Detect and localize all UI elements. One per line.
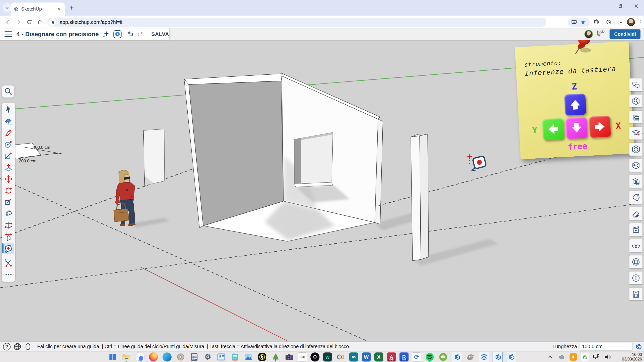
comments-panel-button[interactable] [629,78,642,91]
geolocation-panel-button[interactable] [629,255,642,268]
bookmark-star-icon[interactable] [579,18,588,27]
rectangle-tool[interactable] [3,150,14,162]
rotate-tool[interactable] [3,185,14,196]
taskbar-arduino-icon[interactable]: ∞ [349,352,358,361]
push-pull-tool[interactable] [3,162,14,173]
google-drive-icon[interactable] [581,353,589,361]
taskbar-revit-icon[interactable]: RRVT [399,352,409,361]
circle-tool[interactable] [3,139,14,150]
tray-chevron-icon[interactable] [546,353,554,361]
model-info-panel-button[interactable] [629,272,642,284]
share-button[interactable]: Condividi [610,29,640,39]
save-button[interactable]: SALVA [151,31,169,37]
onedrive-icon[interactable] [558,353,566,361]
home-button[interactable] [35,18,44,27]
line-tool[interactable] [3,127,14,139]
search-button[interactable] [2,85,14,98]
tab-search-chevron-icon[interactable] [3,3,12,12]
length-input[interactable]: 100.0 cm [580,343,632,350]
install-app-icon[interactable] [570,18,579,27]
taskbar-firefox-icon[interactable] [149,352,158,361]
taskbar-tree-component-icon[interactable] [271,352,281,362]
taskbar-edge-icon[interactable] [163,352,172,361]
browser-profile-avatar[interactable] [627,18,635,26]
taskbar-sketchup-app-3-icon[interactable] [506,352,516,362]
soften-edges-panel-button[interactable] [629,207,642,220]
reload-button[interactable] [25,18,34,27]
styles-panel-button[interactable] [629,175,642,188]
tags-panel-button[interactable] [629,191,642,204]
pan-tool[interactable] [3,231,14,243]
back-button[interactable] [4,18,13,27]
scale-figure-person[interactable] [114,170,136,226]
address-bar[interactable]: app.sketchup.com/app?hl=it [47,18,546,27]
brightness-app-icon[interactable] [570,353,577,361]
taskbar-gimp-icon[interactable] [465,352,475,362]
extensions-icon[interactable] [592,18,601,27]
taskbar-excel-icon[interactable]: X [374,352,383,361]
components-panel-button[interactable] [629,143,642,156]
taskbar-photos-icon[interactable] [244,352,254,362]
taskbar-file-explorer-icon[interactable] [121,352,131,362]
history-icon[interactable] [604,18,613,27]
move-tool[interactable] [3,173,14,185]
scenes-panel-button[interactable] [629,223,642,236]
instructor-panel-button[interactable] [629,127,642,140]
taskbar-notepad-icon[interactable] [230,352,240,362]
taskbar-obs-icon[interactable]: O [310,352,319,361]
taskbar-sketchup-app-icon[interactable] [452,352,462,362]
model-title[interactable]: 4 - Disegnare con precisione [16,31,99,38]
display-settings-panel-button[interactable] [629,239,642,252]
taskbar-camera-icon[interactable] [284,352,294,362]
taskbar-start-icon[interactable] [108,352,118,362]
taskbar-disc-burner-icon[interactable] [176,352,186,362]
tab-close-icon[interactable]: × [56,6,62,12]
forward-button[interactable] [14,18,23,27]
new-tab-button[interactable]: + [67,4,76,12]
outliner-panel-button[interactable] [629,111,642,123]
mouse-hints-icon[interactable] [24,343,32,350]
scale-tool[interactable] [3,196,14,208]
taskbar-settings-icon[interactable]: ⚙ [203,352,213,362]
user-avatar[interactable] [584,30,593,38]
taskbar-sketchup-app-2-icon[interactable] [493,352,503,362]
taskbar-chrome-icon[interactable] [135,352,144,361]
taskbar-trimble-connect-icon[interactable] [336,352,346,362]
taskbar-word-icon[interactable]: W [362,352,371,361]
window-restore-button[interactable] [613,0,628,12]
orbit-tool[interactable] [3,219,14,231]
downloads-icon[interactable] [616,18,625,27]
taskbar-calculator-icon[interactable] [189,352,199,362]
taskbar-sync-app-icon[interactable]: ⟳ [412,352,421,361]
ai-sparkle-icon[interactable] [101,29,110,39]
taskbar-clock[interactable]: 16:00 03/03/2026 [614,352,642,361]
browser-tab[interactable]: SketchUp × [11,3,65,16]
materials-panel-button[interactable] [629,159,642,172]
taskbar-screen-to-gif-icon[interactable]: S>G [298,352,307,361]
taskbar-sketchup-layers-icon[interactable] [479,352,489,362]
eraser-tool[interactable] [3,115,14,127]
taskbar-pointer-utility-icon[interactable] [257,352,267,362]
language-globe-icon[interactable] [14,343,21,350]
more-tools-tool[interactable] [3,269,14,281]
url-text[interactable]: app.sketchup.com/app?hl=it [60,19,123,25]
window-minimize-button[interactable] [597,0,613,12]
site-settings-icon[interactable] [49,18,56,26]
taskbar-wemod-icon[interactable]: w [323,352,332,361]
redo-button[interactable] [136,29,146,39]
tape-measure-tool[interactable] [3,243,14,254]
taskbar-control-panel-icon[interactable] [216,352,226,362]
axes-tool[interactable]: 3 [3,257,14,269]
volume-icon[interactable] [604,353,612,361]
undo-button[interactable] [125,29,134,39]
help-icon[interactable]: ? [3,343,11,350]
export-panel-button[interactable] [629,288,642,300]
window-close-button[interactable] [628,0,644,12]
browser-menu-kebab-icon[interactable]: ⋮ [636,19,644,25]
network-icon[interactable] [593,353,600,361]
select-tool[interactable] [3,104,14,115]
main-menu-icon[interactable] [5,31,12,37]
taskbar-cloud-backup-icon[interactable] [438,352,448,362]
tutorial-play-button[interactable] [113,29,123,39]
paint-bucket-tool[interactable] [3,208,14,219]
